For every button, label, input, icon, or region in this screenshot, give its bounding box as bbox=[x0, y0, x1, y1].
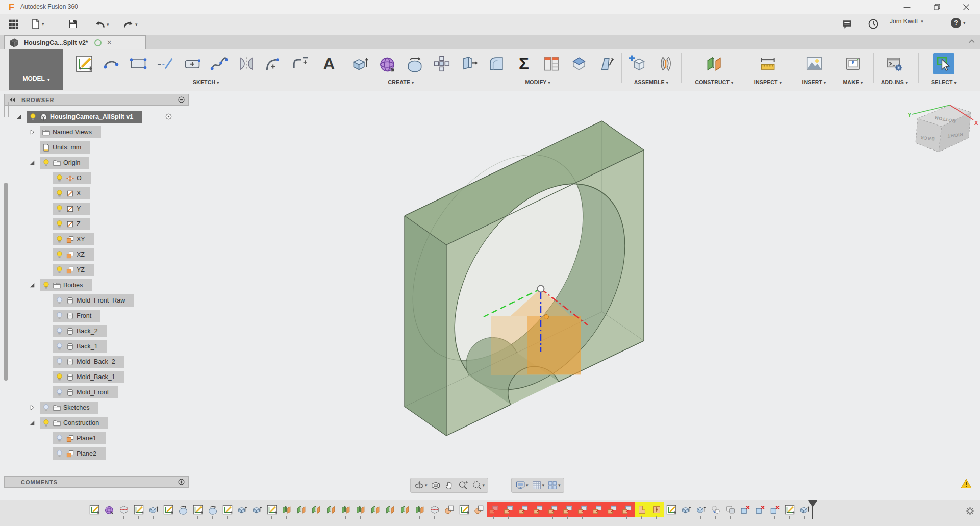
timeline-feature-revolve[interactable] bbox=[206, 502, 220, 517]
tool-joint[interactable] bbox=[655, 53, 676, 74]
tool-form[interactable] bbox=[376, 53, 398, 74]
ribbon-grip[interactable] bbox=[4, 102, 9, 117]
visibility-bulb-off-icon[interactable] bbox=[55, 312, 64, 320]
timeline-feature-extrude[interactable] bbox=[694, 502, 709, 517]
timeline-feature-corner[interactable] bbox=[635, 502, 649, 517]
tool-draft[interactable] bbox=[596, 53, 617, 74]
tab-close-icon[interactable]: ✕ bbox=[107, 39, 112, 46]
tree-item-bodies[interactable]: Bodies bbox=[40, 279, 92, 291]
tree-row[interactable]: Mold_Front_Raw bbox=[4, 294, 199, 307]
tree-row[interactable]: Front bbox=[4, 310, 199, 322]
timeline-feature-surface[interactable] bbox=[117, 502, 132, 517]
timeline-feature-plane[interactable] bbox=[294, 502, 309, 517]
collapse-panel-icon[interactable] bbox=[9, 96, 16, 104]
tree-item-mold-front-raw[interactable]: Mold_Front_Raw bbox=[53, 294, 134, 307]
tool-chamfer[interactable] bbox=[568, 53, 590, 74]
tree-row[interactable]: Back_2 bbox=[4, 325, 199, 337]
tree-expander-open-icon[interactable] bbox=[29, 419, 36, 429]
redo-button[interactable]: ▾ bbox=[122, 18, 138, 31]
axis-x-label[interactable]: X bbox=[974, 120, 978, 126]
timeline-feature-link[interactable] bbox=[709, 502, 723, 517]
tool-line[interactable] bbox=[155, 53, 176, 74]
timeline-settings-gear-icon[interactable] bbox=[965, 506, 975, 516]
timeline-feature-sketch[interactable] bbox=[220, 502, 235, 517]
timeline-feature-plane[interactable] bbox=[383, 502, 398, 517]
tree-row[interactable]: Origin bbox=[4, 157, 199, 169]
tree-item-units-mm[interactable]: Units: mm bbox=[40, 141, 90, 154]
navbar-zoom-button[interactable] bbox=[458, 480, 469, 491]
close-button[interactable] bbox=[958, 1, 975, 13]
tree-item-mold-back-1[interactable]: Mold_Back_1 bbox=[53, 371, 124, 383]
timeline-feature-extrude[interactable] bbox=[250, 502, 265, 517]
tree-expander-open-icon[interactable] bbox=[29, 159, 36, 168]
timeline-feature-split[interactable] bbox=[472, 502, 487, 517]
tree-row[interactable]: Plane1 bbox=[4, 432, 199, 444]
tree-item-front[interactable]: Front bbox=[53, 310, 100, 322]
navbar-orbit-button[interactable]: ▾ bbox=[414, 480, 428, 491]
visibility-bulb-off-icon[interactable] bbox=[55, 449, 64, 458]
timeline-feature-combine[interactable] bbox=[605, 502, 620, 517]
timeline-feature-plane[interactable] bbox=[354, 502, 368, 517]
tree-row[interactable]: XY bbox=[4, 233, 199, 245]
timeline-feature-combine[interactable] bbox=[546, 502, 561, 517]
timeline-feature-sketch[interactable] bbox=[457, 502, 472, 517]
tree-item-x[interactable]: X bbox=[53, 187, 90, 199]
tree-item-o[interactable]: O bbox=[53, 172, 91, 184]
comments-button[interactable] bbox=[841, 18, 853, 31]
visibility-bulb-on-icon[interactable] bbox=[42, 419, 51, 428]
tree-row[interactable]: Construction bbox=[4, 417, 199, 429]
timeline-feature-delete[interactable] bbox=[738, 502, 753, 517]
timeline-feature-sketch[interactable] bbox=[191, 502, 206, 517]
timeline-feature-form[interactable] bbox=[102, 502, 117, 517]
tree-item-xz[interactable]: XZ bbox=[53, 248, 94, 261]
visibility-bulb-off-icon[interactable] bbox=[55, 434, 64, 443]
tool-fillet-solid[interactable] bbox=[486, 53, 507, 74]
tool-fillet[interactable] bbox=[263, 53, 284, 74]
navbar-grid-button[interactable]: ▾ bbox=[531, 480, 545, 491]
browser-header[interactable]: BROWSER bbox=[4, 94, 189, 106]
timeline-feature-surface[interactable] bbox=[428, 502, 442, 517]
ribbon-group-label-select[interactable]: SELECT ▾ bbox=[913, 79, 974, 85]
navbar-caret[interactable]: ▾ bbox=[483, 483, 485, 488]
visibility-bulb-off-icon[interactable] bbox=[42, 404, 51, 412]
tree-row[interactable]: Named Views bbox=[4, 126, 199, 138]
tree-item-plane2[interactable]: Plane2 bbox=[53, 447, 106, 460]
tree-item-xy[interactable]: XY bbox=[53, 233, 94, 245]
tree-row[interactable]: HousingCamera_AllSplit v1 bbox=[4, 111, 199, 123]
tree-expander-open-icon[interactable] bbox=[15, 113, 22, 122]
ribbon-group-label-sketch[interactable]: SKETCH ▾ bbox=[175, 79, 237, 85]
timeline-feature-delete[interactable] bbox=[753, 502, 768, 517]
tree-row[interactable]: Back_1 bbox=[4, 340, 199, 353]
tool-corner-arc[interactable] bbox=[290, 53, 311, 74]
tree-row[interactable]: Y bbox=[4, 203, 199, 215]
tool-sigma[interactable] bbox=[513, 53, 535, 74]
job-status-clock-button[interactable] bbox=[867, 18, 880, 30]
tree-item-housingcamera-allsplit-v1[interactable]: HousingCamera_AllSplit v1 bbox=[27, 111, 142, 123]
tree-expander-closed-icon[interactable] bbox=[29, 129, 36, 138]
comments-header[interactable]: COMMENTS bbox=[4, 476, 189, 488]
timeline-feature-plane[interactable] bbox=[368, 502, 383, 517]
tree-row[interactable]: Bodies bbox=[4, 279, 199, 291]
tree-expander-closed-icon[interactable] bbox=[29, 404, 36, 413]
tree-item-named-views[interactable]: Named Views bbox=[40, 126, 101, 138]
undo-button[interactable]: ▾ bbox=[93, 18, 109, 31]
timeline-feature-sketch[interactable] bbox=[132, 502, 146, 517]
tool-revolve[interactable] bbox=[404, 53, 425, 74]
timeline-feature-plane[interactable] bbox=[324, 502, 339, 517]
navbar-caret[interactable]: ▾ bbox=[558, 483, 561, 488]
minimize-button[interactable] bbox=[898, 1, 916, 13]
timeline-feature-split[interactable] bbox=[442, 502, 457, 517]
visibility-bulb-off-icon[interactable] bbox=[55, 358, 64, 366]
ribbon-group-label-assemble[interactable]: ASSEMBLE ▾ bbox=[621, 79, 682, 85]
timeline-feature-sketch[interactable] bbox=[161, 502, 176, 517]
tool-slot[interactable] bbox=[182, 53, 203, 74]
navbar-caret[interactable]: ▾ bbox=[526, 483, 529, 488]
timeline-feature-boolean[interactable] bbox=[723, 502, 738, 517]
restore-button[interactable] bbox=[928, 1, 945, 13]
add-comment-icon[interactable] bbox=[178, 478, 185, 486]
document-tab[interactable]: HousingCa...Split v2* ✕ bbox=[4, 35, 146, 49]
tool-extrude[interactable] bbox=[349, 53, 371, 74]
visibility-bulb-off-icon[interactable] bbox=[55, 327, 64, 336]
timeline-feature-sketch[interactable] bbox=[87, 502, 102, 517]
tree-row[interactable]: Sketches bbox=[4, 402, 199, 414]
